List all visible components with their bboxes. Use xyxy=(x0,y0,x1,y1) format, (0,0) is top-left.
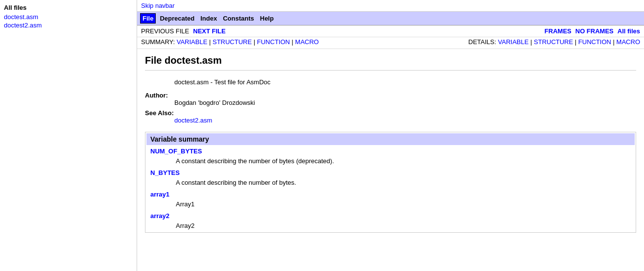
details-macro-link[interactable]: MACRO xyxy=(617,38,640,46)
previous-file-label: PREVIOUS FILE xyxy=(141,27,189,35)
navbar-constants[interactable]: Constants xyxy=(221,14,256,23)
details-function-link[interactable]: FUNCTION xyxy=(578,38,611,46)
variable-summary-table: Variable summary NUM_OF_BYTES A constant… xyxy=(145,132,636,233)
summary-details-row: SUMMARY: VARIABLE | STRUCTURE | FUNCTION… xyxy=(137,37,644,49)
var-name-n-bytes: N_BYTES xyxy=(146,168,635,178)
see-also-value: doctest2.asm xyxy=(174,117,636,124)
table-row: array2 Array2 xyxy=(146,211,635,231)
summary-macro-link[interactable]: MACRO xyxy=(295,38,319,46)
file-nav-right: FRAMES NO FRAMES All files xyxy=(545,27,640,35)
see-also-link[interactable]: doctest2.asm xyxy=(174,117,212,124)
var-desc-array2: Array2 xyxy=(146,221,635,231)
file-nav-left: PREVIOUS FILE NEXT FILE xyxy=(141,27,226,35)
all-files-link[interactable]: All files xyxy=(618,27,640,35)
variable-summary-header: Variable summary xyxy=(146,133,635,145)
frames-link[interactable]: FRAMES xyxy=(545,27,572,35)
skip-navbar-link[interactable]: Skip navbar xyxy=(141,2,175,9)
var-name-num-of-bytes: NUM_OF_BYTES xyxy=(146,146,635,156)
details-section: DETAILS: VARIABLE | STRUCTURE | FUNCTION… xyxy=(468,38,640,46)
var-desc-num-of-bytes: A constant describing the number of byte… xyxy=(146,156,635,167)
summary-label: SUMMARY: xyxy=(141,38,175,46)
next-file-link[interactable]: NEXT FILE xyxy=(193,27,225,35)
file-description: doctest.asm - Test file for AsmDoc xyxy=(174,78,636,86)
summary-section: SUMMARY: VARIABLE | STRUCTURE | FUNCTION… xyxy=(141,38,319,46)
summary-variable-link[interactable]: VARIABLE xyxy=(177,38,208,46)
var-desc-array1: Array1 xyxy=(146,199,635,210)
content-area: File doctest.asm doctest.asm - Test file… xyxy=(137,49,644,239)
navbar: File Deprecated Index Constants Help xyxy=(137,12,644,25)
var-name-array1: array1 xyxy=(146,189,635,199)
summary-function-link[interactable]: FUNCTION xyxy=(257,38,290,46)
num-of-bytes-link[interactable]: NUM_OF_BYTES xyxy=(150,148,202,155)
var-name-array2: array2 xyxy=(146,211,635,221)
details-variable-link[interactable]: VARIABLE xyxy=(498,38,529,46)
author-value: Bogdan 'bogdro' Drozdowski xyxy=(174,99,636,106)
table-row: NUM_OF_BYTES A constant describing the n… xyxy=(146,146,635,167)
array2-link[interactable]: array2 xyxy=(150,212,169,220)
navbar-help[interactable]: Help xyxy=(258,14,276,23)
sidebar-link-doctest2[interactable]: doctest2.asm xyxy=(4,22,133,29)
main-content: Skip navbar File Deprecated Index Consta… xyxy=(137,0,644,271)
sidebar: All files doctest.asm doctest2.asm xyxy=(0,0,137,271)
sidebar-title: All files xyxy=(4,4,133,11)
var-desc-n-bytes: A constant describing the number of byte… xyxy=(146,178,635,188)
file-title: File doctest.asm xyxy=(145,55,636,71)
skip-navbar-bar: Skip navbar xyxy=(137,0,644,12)
table-row: array1 Array1 xyxy=(146,189,635,210)
author-label: Author: xyxy=(145,92,636,99)
sidebar-link-doctest[interactable]: doctest.asm xyxy=(4,13,133,21)
no-frames-link[interactable]: NO FRAMES xyxy=(575,27,614,35)
navbar-index[interactable]: Index xyxy=(198,14,219,23)
n-bytes-link[interactable]: N_BYTES xyxy=(150,169,180,176)
file-nav: PREVIOUS FILE NEXT FILE FRAMES NO FRAMES… xyxy=(137,25,644,37)
details-structure-link[interactable]: STRUCTURE xyxy=(534,38,573,46)
summary-structure-link[interactable]: STRUCTURE xyxy=(213,38,252,46)
navbar-deprecated[interactable]: Deprecated xyxy=(158,14,196,23)
table-row: N_BYTES A constant describing the number… xyxy=(146,168,635,188)
navbar-file[interactable]: File xyxy=(140,13,156,24)
array1-link[interactable]: array1 xyxy=(150,191,169,198)
see-also-label: See Also: xyxy=(145,109,636,117)
details-label: DETAILS: xyxy=(468,38,496,46)
